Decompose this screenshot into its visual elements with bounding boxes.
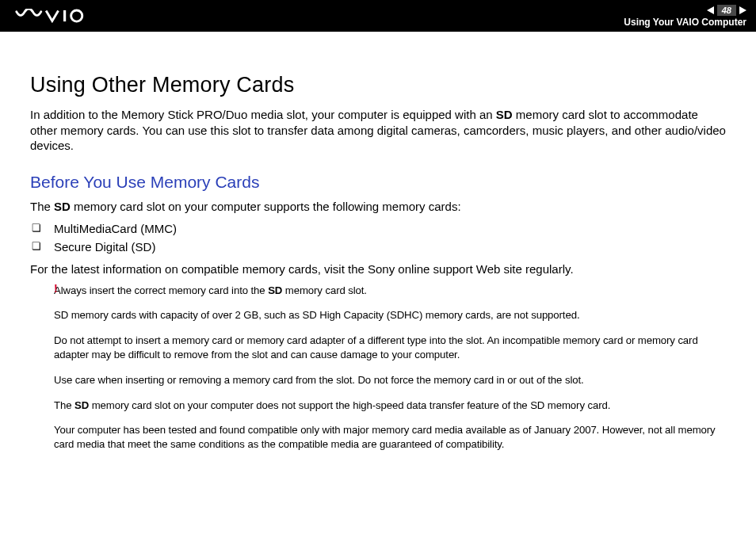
next-page-icon[interactable] — [739, 6, 746, 14]
warning-block: ! Always insert the correct memory card … — [30, 284, 726, 452]
w0-pre: Always insert the correct memory card in… — [54, 284, 268, 296]
warning-item: Always insert the correct memory card in… — [54, 284, 726, 298]
w4-bold: SD — [74, 399, 89, 411]
w4-post: memory card slot on your computer does n… — [89, 399, 610, 411]
warning-item: The SD memory card slot on your computer… — [54, 399, 726, 413]
warning-item: Do not attempt to insert a memory card o… — [54, 334, 726, 362]
list-item: MultiMediaCard (MMC) — [32, 219, 726, 238]
w0-bold: SD — [268, 284, 282, 296]
supports-post: memory card slot on your computer suppor… — [71, 200, 461, 213]
w4-pre: The — [54, 399, 74, 411]
list-item: Secure Digital (SD) — [32, 238, 726, 256]
section-subheading: Before You Use Memory Cards — [30, 173, 726, 192]
supports-pre: The — [30, 200, 54, 213]
intro-text-pre: In addition to the Memory Stick PRO/Duo … — [30, 108, 496, 121]
intro-text-bold: SD — [496, 108, 513, 121]
warning-item: SD memory cards with capacity of over 2 … — [54, 308, 726, 322]
warning-item: Your computer has been tested and found … — [54, 423, 726, 452]
supports-line: The SD memory card slot on your computer… — [30, 200, 726, 213]
breadcrumb: Using Your VAIO Computer — [624, 17, 746, 28]
page-title: Using Other Memory Cards — [30, 73, 726, 97]
header-bar: 48 Using Your VAIO Computer — [0, 0, 756, 32]
latest-info: For the latest information on compatible… — [30, 262, 726, 276]
vaio-logo — [13, 9, 100, 23]
intro-paragraph: In addition to the Memory Stick PRO/Duo … — [30, 107, 726, 154]
w0-post: memory card slot. — [282, 284, 367, 296]
page-navigator: 48 — [624, 5, 746, 16]
warning-item: Use care when inserting or removing a me… — [54, 373, 726, 387]
supports-bold: SD — [54, 200, 71, 213]
svg-rect-0 — [63, 10, 66, 21]
warning-icon: ! — [54, 282, 58, 295]
prev-page-icon[interactable] — [707, 6, 714, 14]
page-content: Using Other Memory Cards In addition to … — [0, 32, 756, 452]
page-number: 48 — [717, 5, 736, 16]
supported-cards-list: MultiMediaCard (MMC) Secure Digital (SD) — [32, 219, 726, 256]
svg-point-1 — [71, 10, 82, 21]
